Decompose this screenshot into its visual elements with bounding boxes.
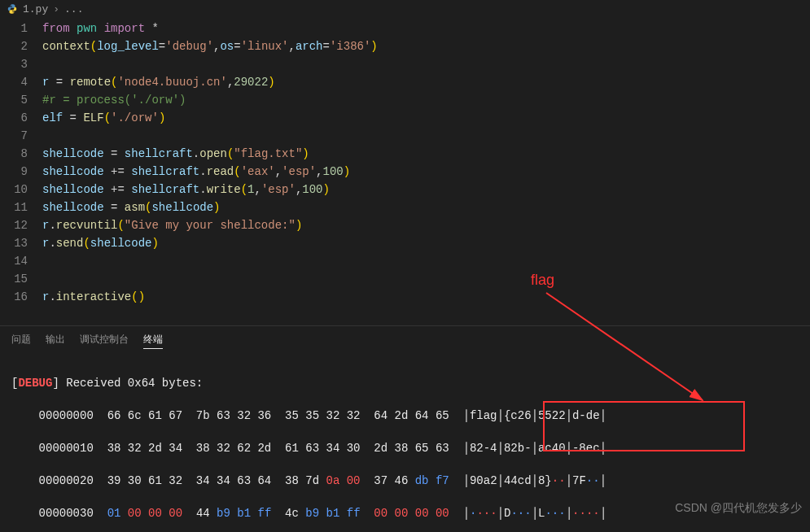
tab-problems[interactable]: 问题: [11, 333, 31, 349]
tab-output[interactable]: 输出: [46, 333, 65, 349]
code-editor[interactable]: 1 2 3 4 5 6 7 8 9 10 11 12 13 14 15 16 f…: [0, 18, 810, 325]
flag-annotation: flag: [531, 272, 554, 289]
tab-debug-console[interactable]: 调试控制台: [80, 333, 129, 349]
code-content[interactable]: from pwn import * context(log_level='deb…: [42, 18, 810, 325]
tab-terminal[interactable]: 终端: [143, 333, 163, 349]
line-number-gutter: 1 2 3 4 5 6 7 8 9 10 11 12 13 14 15 16: [0, 18, 42, 325]
watermark: CSDN @四代机您发多少: [675, 501, 802, 516]
chevron-right-icon: ›: [53, 3, 59, 15]
breadcrumb-ellipsis[interactable]: ...: [64, 3, 83, 15]
breadcrumb: 1.py › ...: [0, 0, 810, 18]
breadcrumb-file[interactable]: 1.py: [23, 3, 48, 15]
python-file-icon: [7, 3, 18, 15]
panel-tabs: 问题 输出 调试控制台 终端: [0, 325, 810, 355]
